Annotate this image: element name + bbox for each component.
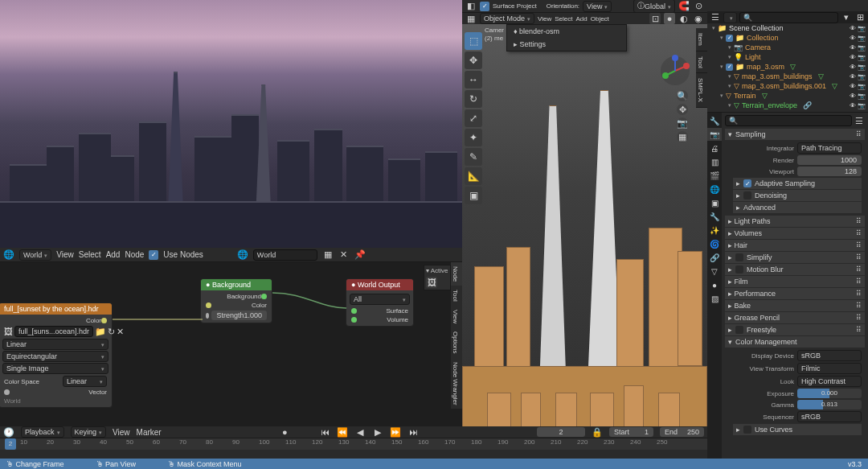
side-tab-tool[interactable]: Tool [451, 286, 462, 306]
shading-solid-icon[interactable]: ● [664, 13, 675, 24]
tab-render-props[interactable]: 📷 [707, 128, 722, 141]
single-image-dropdown[interactable]: Single Image [2, 363, 108, 374]
tool-rotate[interactable]: ↻ [465, 90, 482, 108]
tool-measure[interactable]: 📐 [465, 167, 482, 185]
sequencer-dropdown[interactable]: sRGB [797, 411, 862, 422]
snap-icon[interactable]: 🧲 [678, 1, 690, 12]
integrator-dropdown[interactable]: Path Tracing [797, 142, 862, 154]
tab-object[interactable]: ▣ [707, 196, 722, 209]
image-icon[interactable]: 🖼 [4, 326, 13, 337]
menu-select[interactable]: Select [79, 250, 101, 259]
menu-item-settings[interactable]: ▸ Settings [507, 38, 626, 51]
tab-world[interactable]: 🌐 [707, 183, 722, 195]
node-world-dropdown[interactable]: World [19, 249, 51, 261]
side-tab-options[interactable]: Options [451, 327, 462, 358]
socket-in-surface[interactable] [351, 308, 357, 314]
tool-transform[interactable]: ✦ [465, 129, 482, 146]
target-dropdown[interactable]: All [350, 294, 410, 305]
tab-particles[interactable]: ✨ [707, 224, 722, 237]
viewport-samples[interactable]: 128 [797, 167, 862, 176]
tree-row[interactable]: ▾ ▽ map_3.osm_buildings.001 ▽ 👁📷 [707, 81, 868, 91]
panel-hair[interactable]: ▸ Hair⠿ [725, 240, 865, 251]
tab-data[interactable]: ▽ [707, 265, 722, 278]
tab-modifiers[interactable]: 🔧 [707, 210, 722, 223]
keying-dropdown[interactable]: Keying [71, 426, 107, 438]
properties-search[interactable]: 🔍 [725, 115, 852, 126]
panel-film[interactable]: ▸ Film⠿ [725, 276, 865, 287]
panel-color-management[interactable]: ▾ Color Management [725, 336, 865, 348]
tab-constraints[interactable]: 🔗 [707, 251, 722, 264]
panel-simplify[interactable]: ▸ Simplify⠿ [725, 252, 865, 263]
node-background[interactable]: ● Background Background Color Strength1.… [200, 278, 272, 323]
tab-viewlayer[interactable]: ▥ [707, 155, 722, 168]
shading-material-icon[interactable]: ◐ [678, 13, 690, 24]
render-preview[interactable] [0, 0, 462, 248]
camera-icon[interactable]: 📷 [677, 117, 688, 129]
current-frame[interactable]: 2 [537, 427, 585, 437]
tool-scale[interactable]: ⤢ [465, 109, 482, 127]
panel-bake[interactable]: ▸ Bake⠿ [725, 300, 865, 311]
socket-vector-in[interactable] [4, 389, 10, 395]
outliner-search[interactable]: 🔍 [739, 12, 838, 23]
socket-in-strength[interactable] [206, 313, 209, 319]
projection-dropdown[interactable]: Linear [2, 339, 108, 350]
panel-motion-blur[interactable]: ▸ Motion Blur⠿ [725, 264, 865, 275]
editor-icon[interactable]: ◧ [465, 1, 477, 12]
menu-view[interactable]: View [538, 15, 551, 23]
interpolation-dropdown[interactable]: Equirectangular [2, 351, 108, 362]
tree-row[interactable]: ▾ 💡 Light 👁📷 [707, 52, 868, 62]
look-dropdown[interactable]: High Contrast [797, 376, 862, 387]
tab-output[interactable]: 🖨 [707, 142, 722, 154]
new-collection-icon[interactable]: ⊞ [854, 12, 866, 23]
side-tab-item[interactable]: Item [696, 28, 707, 51]
panel-adaptive[interactable]: ▸ ✓ Adaptive Sampling [733, 178, 862, 189]
tab-material[interactable]: ● [707, 278, 722, 291]
menu-add[interactable]: Add [575, 15, 587, 23]
side-tab-tool[interactable]: Tool [696, 51, 707, 74]
panel-volumes[interactable]: ▸ Volumes⠿ [725, 228, 865, 239]
menu-node[interactable]: Node [125, 250, 144, 259]
playback-dropdown[interactable]: Playback [21, 426, 64, 438]
nav-gizmo[interactable] [659, 55, 691, 87]
panel-use-curves[interactable]: ▸ Use Curves [733, 424, 862, 435]
reload-icon[interactable]: ↻ [108, 326, 115, 337]
orientation-dropdown[interactable]: View [583, 1, 612, 12]
menu-add[interactable]: Add [106, 250, 121, 259]
mode-dropdown[interactable]: Object Mode [480, 13, 534, 24]
perspective-icon[interactable]: ▦ [677, 131, 688, 142]
tool-move[interactable]: ↔ [465, 71, 482, 88]
node-environment-texture[interactable]: full_[sunset by the ocean].hdr Color 🖼 f… [0, 302, 113, 408]
menu-select[interactable]: Select [555, 15, 572, 23]
filter-icon[interactable]: ▾ [841, 12, 852, 23]
pin-icon[interactable]: 📌 [354, 249, 366, 261]
shading-rendered-icon[interactable]: ◉ [693, 13, 704, 24]
end-frame[interactable]: End250 [660, 427, 704, 437]
strength-slider[interactable]: Strength1.000 [211, 311, 267, 320]
socket-out-bg[interactable] [261, 294, 267, 299]
panel-light-paths[interactable]: ▸ Light Paths⠿ [725, 216, 865, 227]
gamma-slider[interactable]: 0.813 [797, 400, 862, 409]
folder-icon[interactable]: 📁 [95, 326, 106, 337]
play-rev-icon[interactable]: ◀ [354, 426, 366, 438]
playhead[interactable]: 2 [5, 438, 16, 450]
panel-freestyle[interactable]: ▸ Freestyle⠿ [725, 324, 865, 335]
play-icon[interactable]: ▶ [372, 426, 383, 438]
side-tab-view[interactable]: View [451, 306, 462, 327]
mode-icon[interactable]: ▦ [465, 13, 477, 24]
global-dropdown[interactable]: ⓘ Global [633, 0, 675, 13]
menu-item-blender-osm[interactable]: ♦ blender-osm [507, 25, 626, 38]
display-mode-dropdown[interactable] [723, 12, 737, 23]
timeline-ruler[interactable]: 2 10203040506070809010011012013014015016… [0, 438, 707, 450]
panel-advanced[interactable]: ▸ Advanced [733, 202, 862, 213]
surface-project-checkbox[interactable]: ✓ [480, 2, 489, 11]
tool-cursor[interactable]: ✥ [465, 51, 482, 69]
world-datablock[interactable]: World [253, 249, 317, 261]
browse-icon[interactable]: ▦ [322, 249, 334, 261]
socket-in-volume[interactable] [351, 317, 357, 323]
outliner-tree[interactable]: ▾ 📁 Scene Collection 👁📷 ▾ ✓ 📁 Collection… [707, 23, 868, 110]
node-canvas[interactable]: full_[sunset by the ocean].hdr Color 🖼 f… [0, 262, 462, 426]
menu-marker[interactable]: Marker [137, 428, 162, 437]
exposure-slider[interactable]: 0.000 [797, 389, 862, 398]
jump-start-icon[interactable]: ⏮ [319, 426, 330, 438]
world-icon[interactable]: 🌐 [237, 249, 248, 261]
